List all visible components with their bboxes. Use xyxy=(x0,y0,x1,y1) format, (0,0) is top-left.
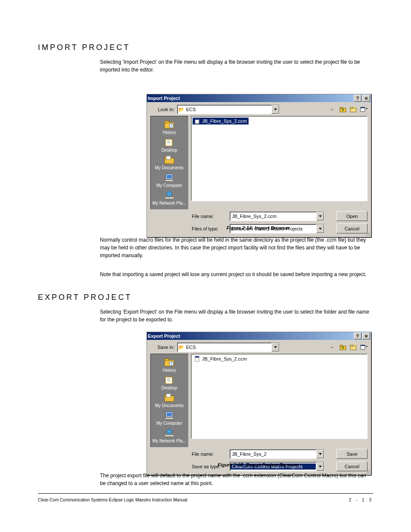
svg-rect-15 xyxy=(167,175,172,178)
place-mydocuments[interactable]: My Documents xyxy=(151,392,188,409)
up-folder-icon[interactable] xyxy=(339,106,347,113)
dialog-titlebar: Export Project ? ✕ xyxy=(147,332,371,340)
back-icon[interactable]: ← xyxy=(329,106,336,113)
paragraph-export-2: The project export file will default to … xyxy=(100,472,373,487)
svg-rect-41 xyxy=(195,356,199,358)
svg-rect-24 xyxy=(350,345,353,346)
save-in-combo[interactable]: 📂 ECS xyxy=(177,342,280,352)
svg-rect-1 xyxy=(340,107,342,109)
place-desktop[interactable]: Desktop xyxy=(151,374,188,391)
dialog-title: Import Project xyxy=(148,96,180,101)
dialog-title: Export Project xyxy=(148,333,180,339)
look-in-value: ECS xyxy=(184,107,271,112)
svg-point-25 xyxy=(354,345,356,347)
figure-caption-1: Figure 2-14: Import Browser xyxy=(170,225,346,230)
places-bar: History Desktop My Documents My Computer… xyxy=(150,116,188,209)
section-heading-export: EXPORT PROJECT xyxy=(38,293,132,302)
up-folder-icon[interactable] xyxy=(339,343,347,351)
chevron-down-icon[interactable] xyxy=(271,105,279,114)
footer-divider xyxy=(38,493,373,494)
export-project-dialog: Export Project ? ✕ Save in: 📂 ECS ← xyxy=(146,332,371,475)
file-name-label: File name: xyxy=(192,214,226,219)
figure-caption-2: Figure 2-15: Export Project Browser xyxy=(170,462,346,467)
svg-rect-3 xyxy=(350,107,353,109)
chevron-down-icon[interactable] xyxy=(271,343,279,352)
svg-point-4 xyxy=(354,107,356,109)
save-in-label: Save in: xyxy=(150,345,174,350)
view-menu-icon[interactable] xyxy=(360,343,367,351)
svg-rect-22 xyxy=(340,345,342,346)
chevron-down-icon[interactable] xyxy=(316,212,324,221)
place-mycomputer[interactable]: My Computer xyxy=(151,410,188,426)
svg-rect-20 xyxy=(195,118,199,120)
file-name-input[interactable]: JB_Fibre_Sys_2 xyxy=(230,449,324,459)
place-network[interactable]: My Network Pla... xyxy=(151,190,188,206)
svg-rect-29 xyxy=(165,359,169,361)
svg-rect-37 xyxy=(165,417,174,419)
new-folder-icon[interactable] xyxy=(349,343,357,351)
look-in-combo[interactable]: 📂 ECS xyxy=(177,105,280,114)
chevron-down-icon[interactable] xyxy=(316,450,324,458)
svg-rect-27 xyxy=(361,345,365,346)
file-item[interactable]: JB_Fibre_Sys_2.ccm xyxy=(193,118,249,124)
open-button[interactable]: Open xyxy=(336,211,367,221)
file-name-value: JB_Fibre_Sys_2.ccm xyxy=(230,214,316,219)
new-folder-icon[interactable] xyxy=(349,106,357,113)
file-name-value: JB_Fibre_Sys_2 xyxy=(230,451,316,457)
place-mycomputer[interactable]: My Computer xyxy=(151,172,188,189)
view-menu-icon[interactable] xyxy=(360,106,367,113)
footer-page-number: 2 - 1 3 xyxy=(349,498,373,502)
place-desktop[interactable]: Desktop xyxy=(151,137,188,153)
paragraph-import-desc: Selecting 'Import Project' on the File m… xyxy=(100,58,373,74)
close-button[interactable]: ✕ xyxy=(362,95,370,102)
import-project-dialog: Import Project ? ✕ Look in: 📂 ECS ← xyxy=(146,94,371,237)
svg-rect-6 xyxy=(361,107,365,108)
paragraph-export-desc: Selecting 'Export Project' on the File m… xyxy=(100,308,373,324)
place-mydocuments[interactable]: My Documents xyxy=(151,154,188,171)
close-button[interactable]: ✕ xyxy=(362,333,370,339)
file-name-input[interactable]: JB_Fibre_Sys_2.ccm xyxy=(230,212,324,221)
svg-rect-18 xyxy=(165,197,174,199)
paragraph-import-2: Normally control macro files for the pro… xyxy=(100,236,373,259)
place-history[interactable]: History xyxy=(151,119,188,136)
file-listing[interactable]: JB_Fibre_Sys_2.ccm xyxy=(191,354,367,439)
place-history[interactable]: History xyxy=(151,357,188,373)
help-button[interactable]: ? xyxy=(354,333,361,339)
svg-rect-8 xyxy=(165,121,169,123)
footer-left: Clear-Com Communication Systems Eclipse … xyxy=(38,498,187,502)
place-network[interactable]: My Network Pla... xyxy=(151,427,188,444)
svg-rect-13 xyxy=(166,156,171,159)
file-item[interactable]: JB_Fibre_Sys_2.ccm xyxy=(193,355,249,362)
back-icon[interactable]: ← xyxy=(329,343,336,351)
file-item-name: JB_Fibre_Sys_2.ccm xyxy=(202,118,247,124)
look-in-label: Look in: xyxy=(150,107,174,112)
save-button[interactable]: Save xyxy=(336,449,367,459)
save-in-value: ECS xyxy=(184,345,271,350)
svg-rect-36 xyxy=(167,413,172,416)
places-bar: History Desktop My Documents My Computer… xyxy=(150,354,188,447)
section-heading-import: IMPORT PROJECT xyxy=(38,43,130,52)
svg-rect-34 xyxy=(166,394,171,397)
file-name-label: File name: xyxy=(192,451,226,457)
file-listing[interactable]: JB_Fibre_Sys_2.ccm xyxy=(191,116,367,201)
paragraph-import-3: Note that importing a saved project will… xyxy=(100,271,373,278)
file-item-name: JB_Fibre_Sys_2.ccm xyxy=(202,356,247,361)
svg-rect-16 xyxy=(165,180,174,181)
help-button[interactable]: ? xyxy=(354,95,361,102)
svg-rect-39 xyxy=(165,435,174,437)
dialog-titlebar: Import Project ? ✕ xyxy=(147,94,371,102)
